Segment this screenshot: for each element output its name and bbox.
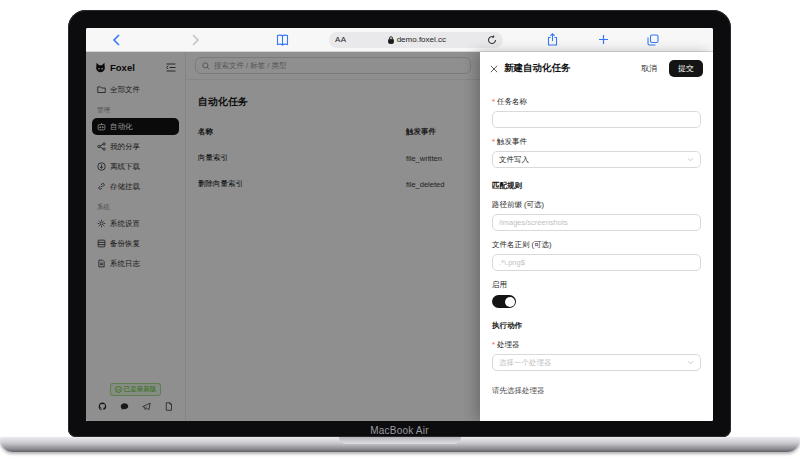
drawer-title: 新建自动化任务 <box>504 62 629 75</box>
browser-back-button[interactable] <box>112 34 121 46</box>
reload-button[interactable] <box>487 35 497 45</box>
enabled-label: 启用 <box>492 280 701 290</box>
lock-icon <box>388 36 394 44</box>
processor-placeholder: 选择一个处理器 <box>499 358 687 368</box>
close-drawer-button[interactable] <box>490 65 498 73</box>
browser-forward-button[interactable] <box>191 34 200 46</box>
new-task-drawer: 新建自动化任务 取消 提交 *任务名称 *触发事件 文件写入 <box>480 52 713 421</box>
laptop-base-notch <box>339 437 461 444</box>
processor-select[interactable]: 选择一个处理器 <box>492 354 701 371</box>
share-button[interactable] <box>547 33 558 46</box>
task-name-label: *任务名称 <box>492 97 701 107</box>
bookmarks-button[interactable] <box>276 34 289 46</box>
drawer-backdrop[interactable] <box>86 52 480 421</box>
drawer-body: *任务名称 *触发事件 文件写入 匹配规则 路径前缀 (可选) <box>480 84 713 404</box>
submit-button[interactable]: 提交 <box>669 60 703 77</box>
toggle-knob <box>505 297 515 307</box>
filename-regex-label: 文件名正则 (可选) <box>492 240 701 250</box>
cancel-button[interactable]: 取消 <box>635 60 663 77</box>
required-marker: * <box>492 137 495 146</box>
macbook-mockup: AA demo.foxel.cc <box>0 0 800 459</box>
url-display: demo.foxel.cc <box>347 35 487 44</box>
match-rules-section-label: 匹配规则 <box>492 181 701 191</box>
filename-regex-input[interactable] <box>492 254 701 271</box>
enabled-toggle[interactable] <box>492 295 516 308</box>
address-bar[interactable]: AA demo.foxel.cc <box>329 32 503 48</box>
processor-label: *处理器 <box>492 340 701 350</box>
chevron-left-icon <box>112 34 121 46</box>
foxel-app: Foxel 全部文件 管理 自动化 我的分享 <box>86 52 713 421</box>
task-name-input[interactable] <box>492 111 701 128</box>
browser-window: AA demo.foxel.cc <box>86 28 713 421</box>
path-prefix-input[interactable] <box>492 214 701 231</box>
action-section-label: 执行动作 <box>492 321 701 331</box>
plus-icon <box>598 34 609 45</box>
share-icon <box>547 33 558 46</box>
chevron-right-icon <box>191 34 200 46</box>
reload-icon <box>487 35 497 45</box>
new-tab-button[interactable] <box>598 34 609 45</box>
reader-aa-button[interactable]: AA <box>335 35 347 44</box>
laptop-base <box>0 437 800 452</box>
tabs-icon <box>647 34 659 46</box>
book-icon <box>276 34 289 46</box>
drawer-header: 新建自动化任务 取消 提交 <box>480 52 713 84</box>
path-prefix-label: 路径前缀 (可选) <box>492 200 701 210</box>
trigger-event-select[interactable]: 文件写入 <box>492 151 701 168</box>
close-icon <box>490 65 498 73</box>
trigger-event-label: *触发事件 <box>492 137 701 147</box>
laptop-bezel: AA demo.foxel.cc <box>68 10 731 437</box>
required-marker: * <box>492 97 495 106</box>
processor-hint: 请先选择处理器 <box>492 386 701 396</box>
tab-overview-button[interactable] <box>647 34 659 46</box>
required-marker: * <box>492 340 495 349</box>
trigger-event-value: 文件写入 <box>499 155 687 165</box>
chevron-down-icon <box>687 360 694 365</box>
browser-toolbar: AA demo.foxel.cc <box>86 28 713 52</box>
url-text: demo.foxel.cc <box>397 35 446 44</box>
chevron-down-icon <box>687 157 694 162</box>
device-label: MacBook Air <box>68 425 731 436</box>
